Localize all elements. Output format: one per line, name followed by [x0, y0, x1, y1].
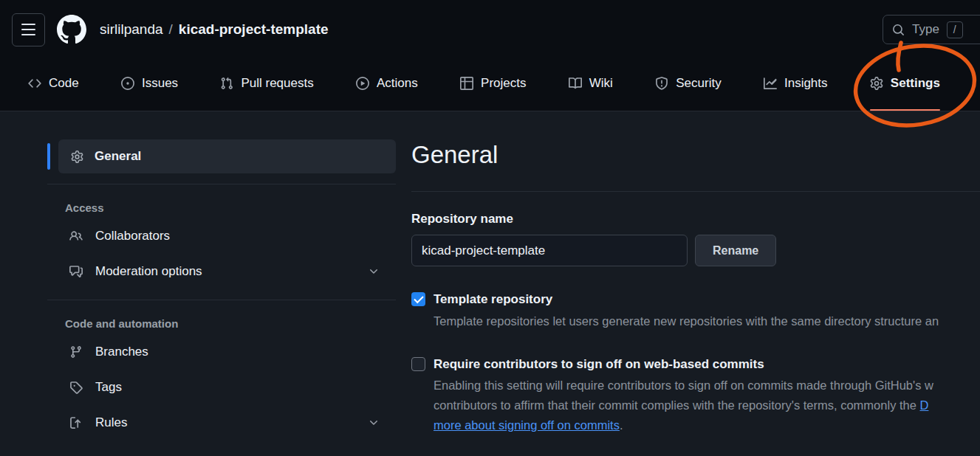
signoff-description-line2: contributors to affirm that their commit… [434, 395, 933, 415]
signoff-checkbox[interactable] [411, 357, 425, 371]
tab-wiki[interactable]: Wiki [563, 56, 619, 111]
signoff-description-line1: Enabling this setting will require contr… [434, 376, 933, 395]
tab-settings[interactable]: Settings [864, 56, 946, 111]
sidebar-item-general[interactable]: General [58, 139, 396, 173]
global-search-input[interactable]: Type / [883, 15, 980, 44]
signoff-setting: Require contributors to sign off on web-… [411, 356, 980, 435]
template-repository-description: Template repositories let users generate… [434, 311, 939, 331]
template-repository-setting: Template repository Template repositorie… [411, 291, 980, 331]
repo-nav-tabs: Code Issues Pull requests Actions Projec… [12, 56, 968, 111]
tab-issues[interactable]: Issues [115, 56, 184, 111]
tab-security[interactable]: Security [649, 56, 727, 111]
people-icon [69, 229, 83, 243]
general-settings-panel: General Repository name Rename Template … [411, 139, 980, 441]
rename-button[interactable]: Rename [695, 235, 776, 266]
github-logo-icon[interactable] [57, 15, 86, 44]
sidebar-item-rules[interactable]: Rules [47, 405, 396, 441]
tab-label: Insights [784, 76, 828, 91]
issue-opened-icon [121, 77, 134, 90]
tab-label: Actions [377, 76, 418, 91]
repository-name-input[interactable] [411, 235, 688, 266]
settings-page-body: General Access Collaborators Moderation … [0, 111, 980, 441]
template-repository-checkbox[interactable] [411, 292, 425, 306]
sidebar-item-moderation-options[interactable]: Moderation options [47, 254, 396, 289]
header-top-row: sirlilpanda/kicad-project-template Type … [12, 12, 968, 47]
search-icon [892, 24, 905, 36]
chevron-down-icon[interactable] [368, 266, 380, 277]
breadcrumb-owner-link[interactable]: sirlilpanda [100, 21, 163, 37]
page-title: General [411, 141, 980, 169]
hamburger-menu-button[interactable] [12, 13, 45, 46]
tab-code[interactable]: Code [22, 56, 85, 111]
sidebar-divider [47, 300, 396, 300]
breadcrumb-repo-link[interactable]: kicad-project-template [179, 21, 329, 37]
code-icon [28, 77, 41, 90]
gear-icon [870, 77, 883, 90]
tab-label: Projects [481, 76, 526, 91]
rules-icon [69, 416, 83, 429]
sidebar-item-label: Collaborators [95, 229, 170, 243]
book-icon [569, 77, 582, 90]
sidebar-section-title-access: Access [65, 201, 396, 214]
sidebar-item-label: Moderation options [95, 264, 202, 279]
table-icon [460, 77, 473, 90]
git-pull-request-icon [220, 77, 233, 90]
signoff-description-line3: more about signing off on commits. [434, 415, 933, 435]
search-placeholder-text: Type [912, 22, 939, 37]
sidebar-divider [47, 184, 396, 184]
tab-label: Issues [142, 76, 178, 91]
sidebar-item-tags[interactable]: Tags [47, 370, 396, 405]
sidebar-item-branches[interactable]: Branches [47, 334, 396, 370]
repository-name-row: Rename [411, 235, 980, 266]
tab-pull-requests[interactable]: Pull requests [214, 56, 319, 111]
tab-projects[interactable]: Projects [454, 56, 532, 111]
template-repository-label: Template repository [434, 291, 939, 308]
breadcrumb: sirlilpanda/kicad-project-template [100, 21, 329, 38]
title-divider [411, 191, 980, 192]
gear-icon [71, 151, 83, 163]
tag-icon [69, 381, 83, 394]
global-header: sirlilpanda/kicad-project-template Type … [0, 0, 980, 111]
repository-name-label: Repository name [411, 212, 980, 227]
sidebar-item-label: Tags [95, 380, 122, 395]
chevron-down-icon[interactable] [368, 417, 380, 429]
git-branch-icon [69, 345, 83, 359]
learn-more-signoff-link[interactable]: more about signing off on commits [434, 418, 620, 432]
sidebar-item-label: General [95, 149, 141, 164]
comment-discussion-icon [69, 265, 83, 278]
graph-icon [764, 77, 777, 90]
dco-link[interactable]: D [920, 398, 929, 412]
shield-icon [655, 77, 668, 90]
tab-label: Settings [891, 76, 940, 91]
signoff-label: Require contributors to sign off on web-… [434, 356, 933, 373]
sidebar-item-label: Branches [95, 345, 148, 359]
tab-label: Security [676, 76, 721, 91]
tab-label: Code [49, 76, 79, 91]
play-icon [356, 77, 369, 90]
tab-label: Wiki [589, 76, 613, 91]
breadcrumb-separator: / [169, 21, 173, 37]
slash-keycap: / [947, 21, 963, 38]
tab-label: Pull requests [241, 76, 313, 91]
tab-insights[interactable]: Insights [758, 56, 834, 111]
sidebar-item-label: Rules [95, 415, 127, 430]
sidebar-section-title-code-and-automation: Code and automation [65, 317, 396, 330]
tab-actions[interactable]: Actions [350, 56, 424, 111]
settings-sidebar: General Access Collaborators Moderation … [47, 139, 396, 441]
sidebar-item-collaborators[interactable]: Collaborators [47, 218, 396, 254]
